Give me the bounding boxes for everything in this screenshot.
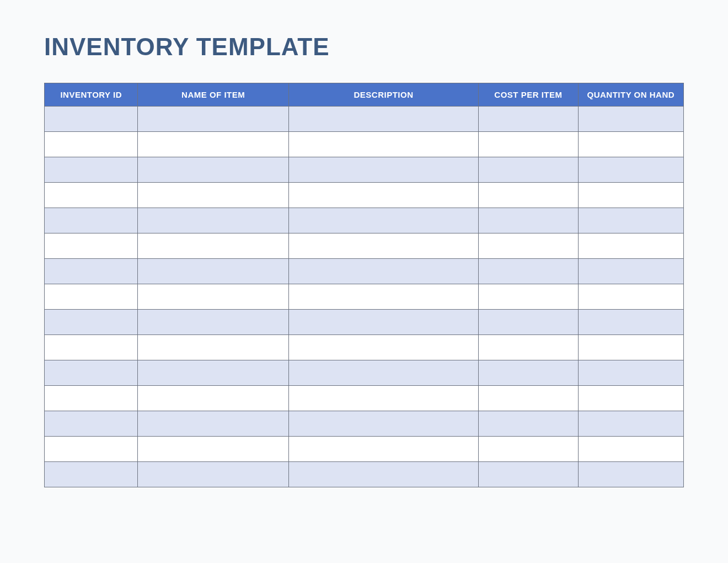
cell-quantity[interactable] bbox=[578, 107, 683, 132]
cell-quantity[interactable] bbox=[578, 157, 683, 183]
cell-description[interactable] bbox=[288, 462, 478, 487]
cell-name[interactable] bbox=[138, 183, 288, 208]
cell-name[interactable] bbox=[138, 233, 288, 259]
cell-inventory_id[interactable] bbox=[45, 411, 138, 437]
cell-description[interactable] bbox=[288, 360, 478, 386]
cell-inventory_id[interactable] bbox=[45, 259, 138, 284]
cell-cost[interactable] bbox=[479, 437, 578, 462]
cell-inventory_id[interactable] bbox=[45, 284, 138, 310]
cell-description[interactable] bbox=[288, 132, 478, 157]
cell-description[interactable] bbox=[288, 411, 478, 437]
table-row bbox=[45, 386, 684, 411]
table-row bbox=[45, 183, 684, 208]
cell-quantity[interactable] bbox=[578, 208, 683, 233]
cell-name[interactable] bbox=[138, 411, 288, 437]
cell-description[interactable] bbox=[288, 233, 478, 259]
cell-name[interactable] bbox=[138, 437, 288, 462]
cell-name[interactable] bbox=[138, 335, 288, 360]
cell-inventory_id[interactable] bbox=[45, 157, 138, 183]
cell-name[interactable] bbox=[138, 284, 288, 310]
cell-quantity[interactable] bbox=[578, 437, 683, 462]
cell-inventory_id[interactable] bbox=[45, 132, 138, 157]
table-row bbox=[45, 437, 684, 462]
cell-name[interactable] bbox=[138, 208, 288, 233]
cell-cost[interactable] bbox=[479, 310, 578, 335]
cell-inventory_id[interactable] bbox=[45, 360, 138, 386]
table-row bbox=[45, 335, 684, 360]
cell-inventory_id[interactable] bbox=[45, 208, 138, 233]
table-row bbox=[45, 360, 684, 386]
cell-description[interactable] bbox=[288, 284, 478, 310]
table-row bbox=[45, 233, 684, 259]
table-header-row: INVENTORY ID NAME OF ITEM DESCRIPTION CO… bbox=[45, 83, 684, 107]
cell-description[interactable] bbox=[288, 259, 478, 284]
cell-name[interactable] bbox=[138, 386, 288, 411]
cell-quantity[interactable] bbox=[578, 462, 683, 487]
cell-inventory_id[interactable] bbox=[45, 310, 138, 335]
cell-inventory_id[interactable] bbox=[45, 335, 138, 360]
cell-inventory_id[interactable] bbox=[45, 107, 138, 132]
cell-description[interactable] bbox=[288, 157, 478, 183]
cell-name[interactable] bbox=[138, 259, 288, 284]
cell-cost[interactable] bbox=[479, 233, 578, 259]
table-row bbox=[45, 310, 684, 335]
cell-quantity[interactable] bbox=[578, 183, 683, 208]
cell-cost[interactable] bbox=[479, 386, 578, 411]
cell-cost[interactable] bbox=[479, 411, 578, 437]
cell-name[interactable] bbox=[138, 360, 288, 386]
cell-name[interactable] bbox=[138, 310, 288, 335]
cell-cost[interactable] bbox=[479, 107, 578, 132]
col-header-cost: COST PER ITEM bbox=[479, 83, 578, 107]
table-row bbox=[45, 284, 684, 310]
cell-inventory_id[interactable] bbox=[45, 462, 138, 487]
cell-cost[interactable] bbox=[479, 284, 578, 310]
cell-name[interactable] bbox=[138, 157, 288, 183]
table-row bbox=[45, 462, 684, 487]
cell-cost[interactable] bbox=[479, 259, 578, 284]
cell-description[interactable] bbox=[288, 437, 478, 462]
table-row bbox=[45, 208, 684, 233]
cell-description[interactable] bbox=[288, 335, 478, 360]
cell-quantity[interactable] bbox=[578, 132, 683, 157]
cell-cost[interactable] bbox=[479, 208, 578, 233]
cell-inventory_id[interactable] bbox=[45, 386, 138, 411]
cell-cost[interactable] bbox=[479, 157, 578, 183]
cell-inventory_id[interactable] bbox=[45, 183, 138, 208]
cell-cost[interactable] bbox=[479, 132, 578, 157]
table-row bbox=[45, 132, 684, 157]
cell-cost[interactable] bbox=[479, 462, 578, 487]
col-header-inventory-id: INVENTORY ID bbox=[45, 83, 138, 107]
cell-quantity[interactable] bbox=[578, 386, 683, 411]
cell-name[interactable] bbox=[138, 462, 288, 487]
table-row bbox=[45, 411, 684, 437]
cell-cost[interactable] bbox=[479, 335, 578, 360]
col-header-name: NAME OF ITEM bbox=[138, 83, 288, 107]
cell-description[interactable] bbox=[288, 208, 478, 233]
table-row bbox=[45, 259, 684, 284]
cell-description[interactable] bbox=[288, 310, 478, 335]
cell-name[interactable] bbox=[138, 132, 288, 157]
col-header-quantity: QUANTITY ON HAND bbox=[578, 83, 683, 107]
table-body bbox=[45, 107, 684, 487]
cell-description[interactable] bbox=[288, 183, 478, 208]
cell-quantity[interactable] bbox=[578, 259, 683, 284]
table-row bbox=[45, 107, 684, 132]
page-title: INVENTORY TEMPLATE bbox=[44, 33, 684, 61]
inventory-table: INVENTORY ID NAME OF ITEM DESCRIPTION CO… bbox=[44, 83, 684, 487]
cell-description[interactable] bbox=[288, 107, 478, 132]
cell-quantity[interactable] bbox=[578, 233, 683, 259]
cell-quantity[interactable] bbox=[578, 284, 683, 310]
table-row bbox=[45, 157, 684, 183]
cell-quantity[interactable] bbox=[578, 335, 683, 360]
cell-inventory_id[interactable] bbox=[45, 437, 138, 462]
cell-inventory_id[interactable] bbox=[45, 233, 138, 259]
cell-name[interactable] bbox=[138, 107, 288, 132]
cell-description[interactable] bbox=[288, 386, 478, 411]
cell-quantity[interactable] bbox=[578, 310, 683, 335]
cell-quantity[interactable] bbox=[578, 360, 683, 386]
cell-cost[interactable] bbox=[479, 360, 578, 386]
cell-quantity[interactable] bbox=[578, 411, 683, 437]
col-header-description: DESCRIPTION bbox=[288, 83, 478, 107]
cell-cost[interactable] bbox=[479, 183, 578, 208]
